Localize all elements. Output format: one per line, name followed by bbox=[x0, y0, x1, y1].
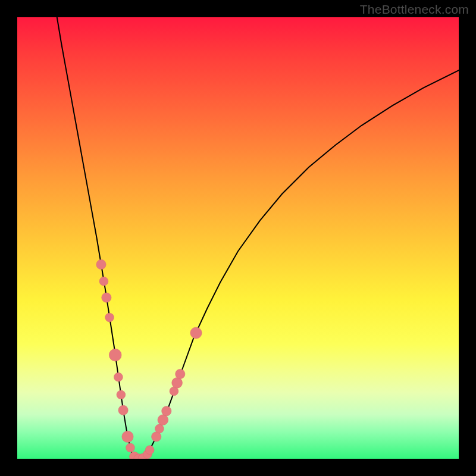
plot-area bbox=[17, 17, 459, 459]
data-marker bbox=[117, 390, 126, 399]
data-marker bbox=[126, 443, 135, 452]
data-marker bbox=[158, 415, 168, 425]
data-marker bbox=[102, 293, 111, 302]
data-marker bbox=[105, 313, 114, 322]
data-marker bbox=[162, 406, 171, 416]
data-marker bbox=[96, 259, 106, 269]
data-marker bbox=[190, 327, 202, 339]
data-marker bbox=[155, 424, 164, 433]
chart-frame: TheBottleneck.com bbox=[0, 0, 476, 476]
data-marker bbox=[145, 446, 154, 455]
data-marker bbox=[122, 431, 133, 442]
data-marker bbox=[99, 277, 108, 286]
data-marker bbox=[176, 369, 185, 378]
data-marker bbox=[114, 372, 123, 381]
data-marker bbox=[118, 405, 128, 415]
data-marker bbox=[109, 349, 121, 361]
curve-layer bbox=[17, 17, 459, 459]
watermark-text: TheBottleneck.com bbox=[360, 2, 469, 17]
data-marker bbox=[172, 377, 183, 388]
